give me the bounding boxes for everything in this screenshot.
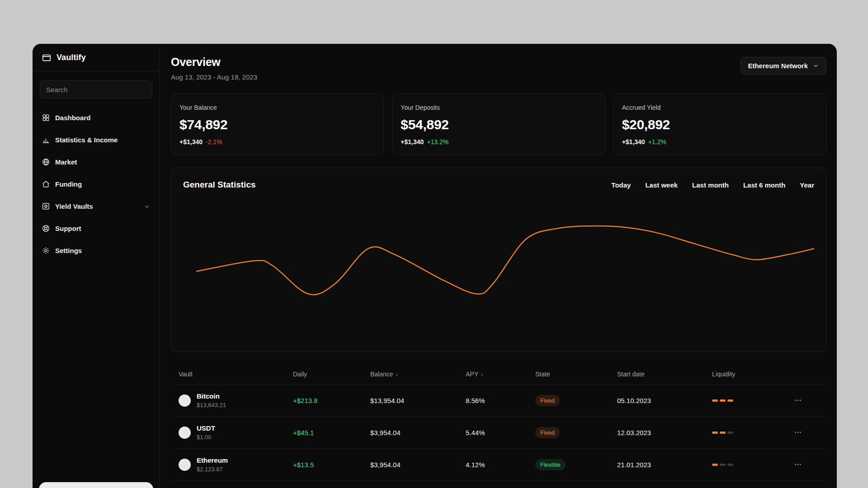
vault-icon — [42, 202, 50, 211]
gear-icon — [42, 246, 50, 255]
range-tab-last-6-month[interactable]: Last 6 month — [743, 181, 785, 189]
daily-change: +$213.8 — [293, 397, 370, 404]
balance-value: $3,954.04 — [370, 429, 466, 436]
state-badge-fixed: Fixed — [535, 427, 560, 438]
vault-name: Bitcoin — [197, 392, 226, 400]
balance-value: $13,954.04 — [370, 397, 466, 404]
sidebar-bottom-card[interactable] — [39, 482, 153, 488]
stat-card-delta: +$1,340 +13.2% — [401, 138, 596, 145]
sidebar-item-label: Yield Vaults — [55, 202, 138, 210]
state-badge-fixed: Fixed — [535, 395, 560, 406]
stat-card-value: $74,892 — [179, 117, 375, 132]
general-statistics-card: General Statistics TodayLast weekLast mo… — [171, 168, 826, 352]
column-header-balance[interactable]: Balance↓ — [370, 371, 466, 378]
sidebar-item-yield-vaults[interactable]: Yield Vaults — [33, 195, 160, 217]
sidebar-item-label: Support — [55, 225, 151, 232]
stat-card-label: Your Balance — [179, 104, 375, 111]
sidebar-item-support[interactable]: Support — [33, 217, 160, 239]
row-menu-button[interactable] — [792, 394, 804, 407]
network-selector-button[interactable]: Ethereum Network — [741, 57, 826, 75]
stat-card-delta: +$1,340 +1.2% — [622, 138, 818, 145]
liquidity-bar — [720, 464, 726, 466]
globe-icon — [42, 158, 50, 166]
apy-value: 4.12% — [466, 461, 535, 469]
sidebar-item-label: Settings — [55, 247, 151, 254]
bar-chart-icon — [42, 136, 50, 144]
sidebar-item-settings[interactable]: Settings — [33, 239, 160, 262]
liquidity-bar — [727, 464, 733, 466]
sidebar-nav: Dashboard Statistics & Income Market Fun… — [33, 107, 160, 262]
column-header-liquidity: Liquidity — [712, 371, 789, 378]
liquidity-bar — [712, 432, 718, 434]
liquidity-bar — [720, 399, 726, 402]
search-input[interactable] — [40, 80, 152, 99]
stat-card-your-balance: Your Balance $74,892 +$1,340 -2.1% — [171, 94, 384, 155]
range-tabs: TodayLast weekLast monthLast 6 monthYear — [611, 181, 814, 189]
column-header-apy[interactable]: APY↓ — [466, 371, 535, 378]
overview-header: Overview Aug 13, 2023 - Aug 18, 2023 Eth… — [171, 56, 826, 81]
liquidity-bar — [712, 464, 718, 466]
sidebar-item-label: Market — [55, 158, 151, 166]
liquidity-indicator — [712, 464, 789, 466]
stat-card-accrued-yield: Accrued Yield $20,892 +$1,340 +1.2% — [613, 94, 826, 155]
vault-price: $2,123.87 — [197, 466, 228, 473]
delta-percent: -2.1% — [206, 138, 222, 145]
delta-percent: +13.2% — [427, 138, 448, 145]
liquidity-indicator — [712, 399, 789, 402]
table-body: Bitcoin $13,643.21 +$213.8 $13,954.04 8.… — [171, 385, 826, 481]
start-date: 05.10.2023 — [617, 397, 712, 404]
apy-value: 8.56% — [466, 397, 535, 404]
main-content: Overview Aug 13, 2023 - Aug 18, 2023 Eth… — [160, 44, 837, 488]
column-header-start-date: Start date — [617, 371, 712, 378]
lifebuoy-icon — [42, 224, 50, 233]
stat-card-your-deposits: Your Deposits $54,892 +$1,340 +13.2% — [392, 94, 605, 155]
vault-name: Ethereum — [197, 456, 228, 464]
stat-card-delta: +$1,340 -2.1% — [179, 138, 375, 145]
range-tab-year[interactable]: Year — [800, 181, 814, 189]
home-icon — [42, 180, 50, 188]
coin-icon — [179, 459, 191, 471]
sort-descending-icon: ↓ — [396, 371, 399, 377]
delta-amount: +$1,340 — [401, 138, 424, 145]
wallet-logo-icon — [42, 52, 52, 62]
range-tab-last-week[interactable]: Last week — [645, 181, 678, 189]
sidebar-item-market[interactable]: Market — [33, 151, 160, 173]
chevron-down-icon — [143, 203, 151, 210]
vault-name: USDT — [197, 424, 215, 432]
start-date: 21.01.2023 — [617, 461, 712, 469]
stat-card-value: $20,892 — [622, 117, 818, 132]
column-header-daily: Daily — [293, 371, 370, 378]
brand-name: Vaultify — [57, 53, 86, 62]
coin-icon — [179, 394, 191, 407]
state-badge-flexible: Flexible — [535, 459, 566, 470]
stat-card-label: Your Deposits — [401, 104, 596, 111]
liquidity-bar — [712, 399, 718, 402]
network-selector-label: Ethereum Network — [748, 62, 808, 70]
vault-price: $13,643.21 — [197, 402, 226, 408]
stat-card-label: Accrued Yield — [622, 104, 818, 111]
sidebar-item-funding[interactable]: Funding — [33, 173, 160, 195]
vault-row-bitcoin[interactable]: Bitcoin $13,643.21 +$213.8 $13,954.04 8.… — [171, 385, 826, 417]
row-menu-button[interactable] — [792, 426, 804, 439]
statistics-line-chart — [183, 201, 814, 350]
sidebar-item-statistics-income[interactable]: Statistics & Income — [33, 129, 160, 151]
stat-cards-row: Your Balance $74,892 +$1,340 -2.1% Your … — [171, 94, 826, 155]
range-tab-today[interactable]: Today — [611, 181, 631, 189]
range-tab-last-month[interactable]: Last month — [692, 181, 729, 189]
row-menu-button[interactable] — [792, 458, 804, 471]
start-date: 12.03.2023 — [617, 429, 712, 436]
vaults-table: VaultDailyBalance↓APY↓StateStart dateLiq… — [171, 364, 826, 481]
app-window: Vaultify Dashboard Statistics & Income M… — [33, 44, 837, 488]
sidebar-item-label: Dashboard — [55, 114, 151, 122]
liquidity-bar — [720, 432, 726, 434]
vault-row-ethereum[interactable]: Ethereum $2,123.87 +$13.5 $3,954.04 4.12… — [171, 449, 826, 481]
liquidity-bar — [727, 432, 733, 434]
vault-row-usdt[interactable]: USDT $1.00 +$45.1 $3,954.04 5.44% Fixed … — [171, 417, 826, 449]
sidebar-item-label: Statistics & Income — [55, 136, 151, 144]
delta-percent: +1.2% — [648, 138, 666, 145]
sidebar-item-label: Funding — [55, 180, 151, 188]
sidebar-item-dashboard[interactable]: Dashboard — [33, 107, 160, 129]
column-header-vault: Vault — [179, 371, 293, 378]
daily-change: +$13.5 — [293, 461, 370, 469]
column-header-state: State — [535, 371, 617, 378]
